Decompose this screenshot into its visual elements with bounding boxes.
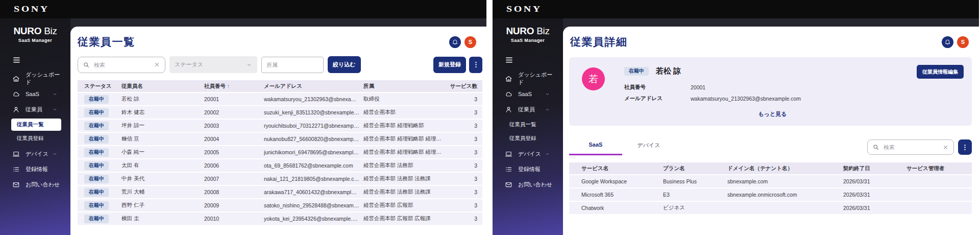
sidebar-item-employee-register[interactable]: 従業員登録 [504, 132, 554, 145]
sidebar-subitem-label: 従業員登録 [509, 135, 536, 142]
cell-services: 3 [449, 96, 479, 102]
app-logo-secondary: Biz [536, 26, 550, 36]
menu-button[interactable] [505, 56, 514, 64]
table-actions: 新規登録 [433, 57, 482, 73]
department-filter-input[interactable] [261, 57, 324, 73]
cell-employee-id: 20001 [204, 96, 264, 102]
sidebar-item-saas[interactable]: SaaS [0, 86, 70, 102]
body-row: NUROBizSaaS ManagerダッシュボードSaaS従業員従業員一覧従業… [0, 18, 486, 235]
sidebar-item-employees[interactable]: 従業員 [0, 102, 70, 117]
menu-button[interactable] [12, 56, 21, 64]
column-header-services[interactable]: サービス数 [449, 83, 479, 90]
tab-デバイス[interactable]: デバイス [622, 137, 675, 155]
cell-employee-id: 20008 [204, 189, 264, 195]
employee-avatar: 若 [582, 67, 605, 90]
search-input[interactable] [883, 144, 939, 151]
sidebar-item-registration-info[interactable]: 登録情報 [0, 161, 70, 177]
top-icons: S [449, 36, 476, 48]
cell-plan: Business Plus [663, 178, 727, 184]
new-registration-button[interactable]: 新規登録 [433, 57, 466, 73]
table-row[interactable]: 在籍中若松 諒20001wakamatsuryou_21302963@sbnex… [78, 93, 482, 106]
more-actions-button[interactable] [469, 57, 482, 73]
sidebar-item-devices[interactable]: デバイス [0, 146, 70, 161]
sidebar-item-label: SaaS [26, 91, 39, 97]
sony-topbar: SONY [493, 0, 979, 18]
sidebar-item-employee-register[interactable]: 従業員登録 [11, 132, 61, 145]
table-row[interactable]: 在籍中小森 純一20005junichikomori_69478695@sbne… [78, 146, 482, 159]
show-more-link[interactable]: もっと見る [581, 110, 964, 118]
notifications-button[interactable] [942, 36, 953, 48]
user-avatar[interactable]: S [957, 36, 969, 48]
cell-status: 在籍中 [84, 95, 121, 104]
filter-button[interactable]: 絞り込む [328, 56, 361, 73]
column-header-name[interactable]: 従業員名 [121, 83, 204, 90]
table-row[interactable]: 在籍中中井 美代20007nakai_121_21819805@sbnexamp… [78, 173, 482, 186]
cell-domain: sbnexample.onmicrosoft.com [727, 192, 843, 198]
sidebar-item-employee-list[interactable]: 従業員一覧 [504, 119, 554, 131]
list-icon [505, 166, 512, 173]
sidebar: NUROBizSaaS ManagerダッシュボードSaaS従業員従業員一覧従業… [0, 18, 70, 235]
dual-screenshot-canvas: SONY NUROBizSaaS ManagerダッシュボードSaaS従業員従業… [0, 0, 980, 235]
tab-saas[interactable]: SaaS [569, 137, 622, 155]
sony-logo: SONY [14, 4, 50, 14]
detail-tabs: SaaSデバイス [569, 137, 675, 155]
sidebar-nav: ダッシュボードSaaS従業員従業員一覧従業員登録デバイス登録情報お問い合わせ [0, 71, 70, 192]
more-actions-button[interactable] [958, 139, 972, 155]
search-icon [872, 144, 879, 151]
table-row[interactable]: 在籍中西野 仁子20009satoko_nishino_29528488@sbn… [78, 199, 482, 213]
notifications-button[interactable] [449, 36, 461, 48]
table-row[interactable]: 在籍中坪井 諒一20003ryouichitsuboi_70312271@sbn… [78, 120, 482, 133]
column-header-employee_id[interactable]: 社員番号↑ [204, 83, 264, 90]
person-icon [12, 106, 20, 113]
sidebar-item-devices[interactable]: デバイス [493, 146, 563, 161]
sidebar-item-employees[interactable]: 従業員 [493, 102, 563, 117]
sidebar-item-label: ダッシュボード [26, 71, 63, 86]
employee-table: ステータス従業員名社員番号↑メールアドレス所属サービス数在籍中若松 諒20001… [78, 80, 482, 226]
user-avatar[interactable]: S [464, 36, 476, 48]
chevron-down-icon [246, 62, 252, 68]
sidebar-item-contact[interactable]: お問い合わせ [493, 177, 563, 192]
clear-search-icon[interactable] [942, 144, 949, 151]
app-logo: NUROBizSaaS Manager [493, 18, 563, 43]
search-field[interactable] [867, 139, 954, 155]
cell-email: ryouichitsuboi_70312271@sbnexample.com [264, 123, 363, 129]
table-row[interactable]: 在籍中横田 圭20010yokota_kei_23954326@sbnexamp… [78, 213, 482, 226]
table-row[interactable]: 在籍中糠信 亘20004nukanobu827_56600820@sbnexam… [78, 133, 482, 146]
status-filter-select[interactable]: ステータス [169, 56, 257, 73]
table-row[interactable]: Chatworkビジネス2026/03/31 [569, 202, 972, 215]
content-card: 従業員一覧 S ステータス [70, 27, 486, 235]
sidebar-subitem-label: 従業員一覧 [17, 121, 44, 128]
column-header-department[interactable]: 所属 [363, 83, 449, 90]
sidebar-item-dashboard[interactable]: ダッシュボード [0, 71, 70, 86]
cell-contract-end: 2026/03/31 [843, 192, 906, 198]
column-header-status[interactable]: ステータス [84, 83, 121, 90]
cell-plan: ビジネス [663, 204, 727, 212]
sidebar-subitem-label: 従業員一覧 [509, 121, 536, 128]
sidebar-item-saas[interactable]: SaaS [493, 86, 563, 102]
column-header-email[interactable]: メールアドレス [264, 83, 363, 90]
sidebar-item-employee-list[interactable]: 従業員一覧 [11, 119, 61, 131]
cell-services: 3 [449, 189, 479, 195]
page-title: 従業員詳細 [570, 35, 628, 49]
edit-employee-button[interactable]: 従業員情報編集 [917, 65, 964, 79]
cell-employee-id: 20006 [204, 162, 264, 169]
table-row[interactable]: Microsoft 365E3sbnexample.onmicrosoft.co… [569, 189, 972, 202]
sidebar-item-contact[interactable]: お問い合わせ [0, 177, 70, 192]
chevron-down-icon [52, 91, 58, 97]
table-row[interactable]: 在籍中鈴木 健志20002suzuki_kenji_83511320@sbnex… [78, 106, 482, 120]
cell-services: 3 [449, 176, 479, 182]
cell-status: 在籍中 [84, 122, 121, 130]
sidebar-item-label: SaaS [518, 91, 532, 97]
employee-summary-card: 若 従業員情報編集 在籍中 若松 諒 社員番号20001メールアドレスwakam… [569, 57, 972, 126]
sidebar-item-label: デバイス [518, 150, 541, 158]
search-field[interactable] [78, 57, 165, 73]
sidebar-nav: ダッシュボードSaaS従業員従業員一覧従業員登録デバイス登録情報お問い合わせ [493, 71, 563, 192]
search-input[interactable] [93, 61, 151, 68]
clear-search-icon[interactable] [154, 61, 160, 68]
table-row[interactable]: Google WorkspaceBusiness Plussbnexample.… [569, 175, 972, 189]
sidebar-item-registration-info[interactable]: 登録情報 [493, 161, 563, 177]
table-row[interactable]: 在籍中荒川 大輔20008arakawa717_40601432@sbnexam… [78, 186, 482, 199]
sidebar-item-dashboard[interactable]: ダッシュボード [493, 71, 563, 86]
table-row[interactable]: 在籍中太田 有20006ota_69_85681762@sbnexample.c… [78, 159, 482, 173]
tabs-row: SaaSデバイス [569, 139, 972, 155]
